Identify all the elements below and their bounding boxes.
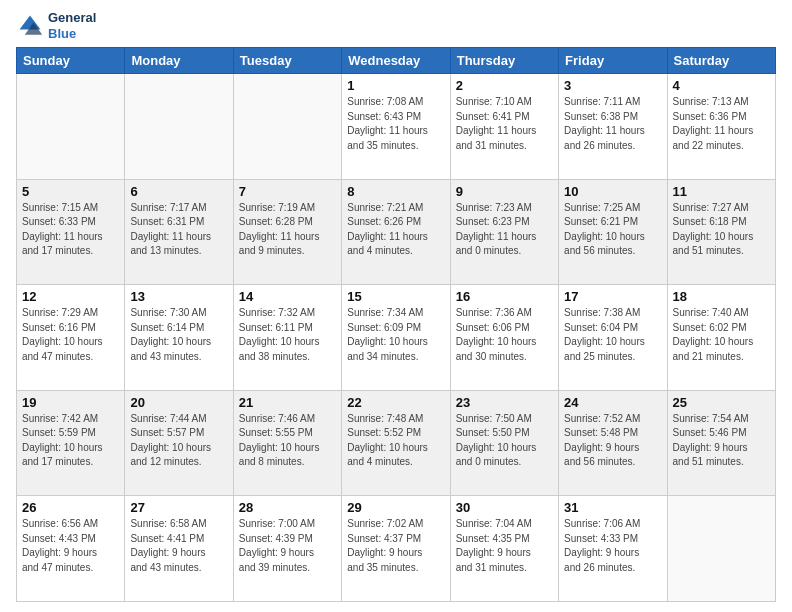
calendar-cell: 12Sunrise: 7:29 AM Sunset: 6:16 PM Dayli… [17, 285, 125, 391]
calendar-cell: 29Sunrise: 7:02 AM Sunset: 4:37 PM Dayli… [342, 496, 450, 602]
calendar-header-row: Sunday Monday Tuesday Wednesday Thursday… [17, 48, 776, 74]
day-number: 24 [564, 395, 661, 410]
day-number: 28 [239, 500, 336, 515]
col-thursday: Thursday [450, 48, 558, 74]
col-monday: Monday [125, 48, 233, 74]
day-info: Sunrise: 7:54 AM Sunset: 5:46 PM Dayligh… [673, 412, 770, 470]
calendar-cell: 18Sunrise: 7:40 AM Sunset: 6:02 PM Dayli… [667, 285, 775, 391]
calendar-cell: 25Sunrise: 7:54 AM Sunset: 5:46 PM Dayli… [667, 390, 775, 496]
day-info: Sunrise: 7:38 AM Sunset: 6:04 PM Dayligh… [564, 306, 661, 364]
day-info: Sunrise: 7:44 AM Sunset: 5:57 PM Dayligh… [130, 412, 227, 470]
calendar-cell: 22Sunrise: 7:48 AM Sunset: 5:52 PM Dayli… [342, 390, 450, 496]
day-number: 21 [239, 395, 336, 410]
day-info: Sunrise: 7:29 AM Sunset: 6:16 PM Dayligh… [22, 306, 119, 364]
calendar-table: Sunday Monday Tuesday Wednesday Thursday… [16, 47, 776, 602]
day-info: Sunrise: 7:10 AM Sunset: 6:41 PM Dayligh… [456, 95, 553, 153]
day-info: Sunrise: 7:06 AM Sunset: 4:33 PM Dayligh… [564, 517, 661, 575]
day-number: 2 [456, 78, 553, 93]
calendar-cell: 14Sunrise: 7:32 AM Sunset: 6:11 PM Dayli… [233, 285, 341, 391]
day-number: 14 [239, 289, 336, 304]
calendar-cell: 2Sunrise: 7:10 AM Sunset: 6:41 PM Daylig… [450, 74, 558, 180]
day-info: Sunrise: 7:11 AM Sunset: 6:38 PM Dayligh… [564, 95, 661, 153]
logo-text: General Blue [48, 10, 96, 41]
generalblue-logo-icon [16, 12, 44, 40]
calendar-cell: 8Sunrise: 7:21 AM Sunset: 6:26 PM Daylig… [342, 179, 450, 285]
calendar-cell: 24Sunrise: 7:52 AM Sunset: 5:48 PM Dayli… [559, 390, 667, 496]
day-info: Sunrise: 7:48 AM Sunset: 5:52 PM Dayligh… [347, 412, 444, 470]
calendar-cell [667, 496, 775, 602]
calendar-cell: 11Sunrise: 7:27 AM Sunset: 6:18 PM Dayli… [667, 179, 775, 285]
calendar-week-row: 1Sunrise: 7:08 AM Sunset: 6:43 PM Daylig… [17, 74, 776, 180]
calendar-cell: 10Sunrise: 7:25 AM Sunset: 6:21 PM Dayli… [559, 179, 667, 285]
day-number: 13 [130, 289, 227, 304]
day-info: Sunrise: 7:34 AM Sunset: 6:09 PM Dayligh… [347, 306, 444, 364]
day-number: 29 [347, 500, 444, 515]
day-info: Sunrise: 7:40 AM Sunset: 6:02 PM Dayligh… [673, 306, 770, 364]
page: General Blue Sunday Monday Tuesday Wedne… [0, 0, 792, 612]
day-number: 9 [456, 184, 553, 199]
day-number: 10 [564, 184, 661, 199]
col-wednesday: Wednesday [342, 48, 450, 74]
col-friday: Friday [559, 48, 667, 74]
calendar-cell: 26Sunrise: 6:56 AM Sunset: 4:43 PM Dayli… [17, 496, 125, 602]
calendar-cell: 1Sunrise: 7:08 AM Sunset: 6:43 PM Daylig… [342, 74, 450, 180]
day-number: 23 [456, 395, 553, 410]
day-info: Sunrise: 7:50 AM Sunset: 5:50 PM Dayligh… [456, 412, 553, 470]
calendar-cell: 7Sunrise: 7:19 AM Sunset: 6:28 PM Daylig… [233, 179, 341, 285]
day-info: Sunrise: 7:00 AM Sunset: 4:39 PM Dayligh… [239, 517, 336, 575]
day-number: 8 [347, 184, 444, 199]
day-number: 16 [456, 289, 553, 304]
day-number: 4 [673, 78, 770, 93]
calendar-cell: 19Sunrise: 7:42 AM Sunset: 5:59 PM Dayli… [17, 390, 125, 496]
calendar-cell: 17Sunrise: 7:38 AM Sunset: 6:04 PM Dayli… [559, 285, 667, 391]
calendar-week-row: 5Sunrise: 7:15 AM Sunset: 6:33 PM Daylig… [17, 179, 776, 285]
day-info: Sunrise: 7:19 AM Sunset: 6:28 PM Dayligh… [239, 201, 336, 259]
day-number: 7 [239, 184, 336, 199]
calendar-cell: 27Sunrise: 6:58 AM Sunset: 4:41 PM Dayli… [125, 496, 233, 602]
day-info: Sunrise: 7:30 AM Sunset: 6:14 PM Dayligh… [130, 306, 227, 364]
calendar-cell: 21Sunrise: 7:46 AM Sunset: 5:55 PM Dayli… [233, 390, 341, 496]
col-sunday: Sunday [17, 48, 125, 74]
day-info: Sunrise: 7:04 AM Sunset: 4:35 PM Dayligh… [456, 517, 553, 575]
day-info: Sunrise: 7:25 AM Sunset: 6:21 PM Dayligh… [564, 201, 661, 259]
calendar-week-row: 26Sunrise: 6:56 AM Sunset: 4:43 PM Dayli… [17, 496, 776, 602]
calendar-cell: 20Sunrise: 7:44 AM Sunset: 5:57 PM Dayli… [125, 390, 233, 496]
day-info: Sunrise: 7:36 AM Sunset: 6:06 PM Dayligh… [456, 306, 553, 364]
day-number: 31 [564, 500, 661, 515]
day-info: Sunrise: 7:02 AM Sunset: 4:37 PM Dayligh… [347, 517, 444, 575]
day-info: Sunrise: 7:27 AM Sunset: 6:18 PM Dayligh… [673, 201, 770, 259]
calendar-cell: 16Sunrise: 7:36 AM Sunset: 6:06 PM Dayli… [450, 285, 558, 391]
calendar-cell: 3Sunrise: 7:11 AM Sunset: 6:38 PM Daylig… [559, 74, 667, 180]
calendar-cell: 6Sunrise: 7:17 AM Sunset: 6:31 PM Daylig… [125, 179, 233, 285]
calendar-cell [233, 74, 341, 180]
day-info: Sunrise: 7:52 AM Sunset: 5:48 PM Dayligh… [564, 412, 661, 470]
day-number: 11 [673, 184, 770, 199]
day-info: Sunrise: 7:46 AM Sunset: 5:55 PM Dayligh… [239, 412, 336, 470]
calendar-cell: 5Sunrise: 7:15 AM Sunset: 6:33 PM Daylig… [17, 179, 125, 285]
day-number: 15 [347, 289, 444, 304]
calendar-cell: 4Sunrise: 7:13 AM Sunset: 6:36 PM Daylig… [667, 74, 775, 180]
calendar-cell [17, 74, 125, 180]
day-number: 17 [564, 289, 661, 304]
day-number: 26 [22, 500, 119, 515]
col-tuesday: Tuesday [233, 48, 341, 74]
day-info: Sunrise: 7:17 AM Sunset: 6:31 PM Dayligh… [130, 201, 227, 259]
day-info: Sunrise: 6:56 AM Sunset: 4:43 PM Dayligh… [22, 517, 119, 575]
day-info: Sunrise: 7:15 AM Sunset: 6:33 PM Dayligh… [22, 201, 119, 259]
day-number: 5 [22, 184, 119, 199]
day-info: Sunrise: 7:21 AM Sunset: 6:26 PM Dayligh… [347, 201, 444, 259]
day-number: 27 [130, 500, 227, 515]
day-number: 1 [347, 78, 444, 93]
col-saturday: Saturday [667, 48, 775, 74]
day-number: 22 [347, 395, 444, 410]
calendar-week-row: 12Sunrise: 7:29 AM Sunset: 6:16 PM Dayli… [17, 285, 776, 391]
day-number: 18 [673, 289, 770, 304]
day-number: 3 [564, 78, 661, 93]
day-number: 19 [22, 395, 119, 410]
day-info: Sunrise: 7:42 AM Sunset: 5:59 PM Dayligh… [22, 412, 119, 470]
day-info: Sunrise: 7:32 AM Sunset: 6:11 PM Dayligh… [239, 306, 336, 364]
logo: General Blue [16, 10, 96, 41]
header: General Blue [16, 10, 776, 41]
calendar-cell: 28Sunrise: 7:00 AM Sunset: 4:39 PM Dayli… [233, 496, 341, 602]
calendar-cell: 13Sunrise: 7:30 AM Sunset: 6:14 PM Dayli… [125, 285, 233, 391]
